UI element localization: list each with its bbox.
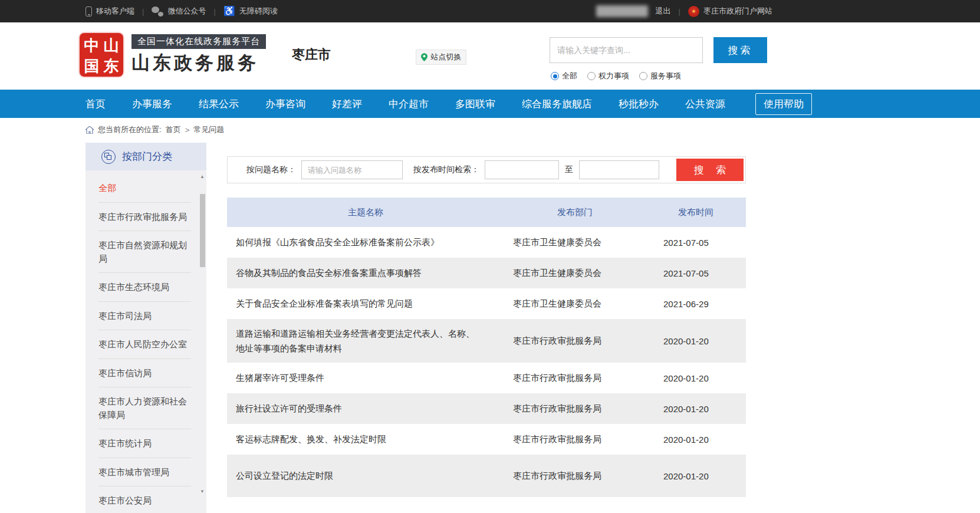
row-date: 2020-01-20: [646, 404, 746, 414]
filter-search-button[interactable]: 搜 索: [676, 159, 744, 181]
logo-text: 全国一体化在线政务服务平台 山东政务服务: [131, 34, 266, 75]
sidebar-item-statistics[interactable]: 枣庄市统计局: [98, 429, 191, 458]
nav-item-instant[interactable]: 秒批秒办: [619, 97, 659, 111]
platform-badge: 全国一体化在线政务服务平台: [131, 34, 266, 49]
header-search-button[interactable]: 搜索: [713, 37, 767, 63]
accessibility-label: 无障碍阅读: [239, 6, 278, 17]
nav-item-home[interactable]: 首页: [85, 97, 106, 111]
row-date: 2021-07-05: [646, 268, 746, 278]
row-date: 2020-01-20: [646, 435, 746, 445]
sidebar-item-public-security[interactable]: 枣庄市公安局: [98, 486, 191, 513]
mobile-client-link[interactable]: 移动客户端: [85, 6, 134, 17]
shandong-seal-logo: 中 山 国 东: [80, 33, 123, 77]
breadcrumb-separator: >: [185, 126, 190, 134]
topbar-right: 退出 | ★ 枣庄市政府门户网站: [596, 5, 772, 17]
site-name: 山东政务服务: [131, 51, 266, 75]
row-department: 枣庄市行政审批服务局: [504, 373, 646, 384]
table-row[interactable]: 旅行社设立许可的受理条件 枣庄市行政审批服务局 2020-01-20: [227, 393, 746, 424]
breadcrumb-home-link[interactable]: 首页: [166, 124, 181, 135]
site-header: 中 山 国 东 全国一体化在线政务服务平台 山东政务服务 枣庄市 站点切换 搜索…: [0, 22, 980, 90]
row-department: 枣庄市行政审批服务局: [504, 471, 646, 482]
breadcrumb-prefix: 您当前所在的位置:: [98, 124, 162, 135]
sidebar-item-civil-defense[interactable]: 枣庄市人民防空办公室: [98, 330, 191, 359]
row-department: 枣庄市卫生健康委员会: [504, 298, 646, 310]
sidebar-item-admin-approval[interactable]: 枣庄市行政审批服务局: [98, 203, 191, 232]
sidebar-scrollbar-thumb[interactable]: [200, 194, 205, 267]
question-name-input[interactable]: [301, 160, 403, 179]
row-title[interactable]: 客运标志牌配发、换发、补发法定时限: [227, 427, 504, 452]
nav-item-services[interactable]: 办事服务: [132, 97, 172, 111]
sidebar-list: 全部 枣庄市行政审批服务局 枣庄市自然资源和规划局 枣庄市生态环境局 枣庄市司法…: [85, 170, 206, 513]
radio-service-items-icon[interactable]: [639, 72, 647, 80]
row-title[interactable]: 旅行社设立许可的受理条件: [227, 396, 504, 421]
logout-link[interactable]: 退出: [656, 6, 671, 17]
row-title[interactable]: 谷物及其制品的食品安全标准备案重点事项解答: [227, 261, 504, 285]
row-department: 枣庄市卫生健康委员会: [504, 237, 646, 248]
nav-item-help[interactable]: 使用帮助: [755, 93, 812, 115]
breadcrumb: 您当前所在的位置: 首页 > 常见问题: [0, 118, 980, 142]
radio-power-items-icon[interactable]: [587, 72, 596, 80]
nav-item-rating[interactable]: 好差评: [332, 97, 362, 111]
nav-item-intermediary[interactable]: 中介超市: [389, 97, 429, 111]
site-switch-label: 站点切换: [431, 52, 462, 63]
divider: |: [679, 7, 680, 16]
sidebar-item-hr-social-security[interactable]: 枣庄市人力资源和社会保障局: [98, 387, 191, 429]
row-department: 枣庄市行政审批服务局: [504, 434, 646, 445]
table-row[interactable]: 生猪屠宰许可受理条件 枣庄市行政审批服务局 2020-01-20: [227, 363, 746, 393]
table-row[interactable]: 公司设立登记的法定时限 枣庄市行政审批服务局 2020-01-20: [227, 455, 746, 497]
row-department: 枣庄市行政审批服务局: [504, 336, 646, 347]
table-row[interactable]: 关于食品安全企业标准备案表填写的常见问题 枣庄市卫生健康委员会 2021-06-…: [227, 288, 746, 319]
department-sidebar: 按部门分类 全部 枣庄市行政审批服务局 枣庄市自然资源和规划局 枣庄市生态环境局…: [85, 143, 206, 513]
column-department: 发布部门: [504, 207, 646, 218]
table-row[interactable]: 客运标志牌配发、换发、补发法定时限 枣庄市行政审批服务局 2020-01-20: [227, 424, 746, 455]
question-name-label: 按问题名称：: [246, 165, 296, 175]
table-row[interactable]: 谷物及其制品的食品安全标准备案重点事项解答 枣庄市卫生健康委员会 2021-07…: [227, 258, 746, 288]
sidebar-item-all[interactable]: 全部: [98, 174, 191, 203]
mobile-icon: [85, 6, 92, 17]
nav-item-consult[interactable]: 办事咨询: [265, 97, 305, 111]
site-logo[interactable]: 中 山 国 东 全国一体化在线政务服务平台 山东政务服务: [80, 33, 266, 77]
header-search-input[interactable]: [550, 38, 702, 63]
row-title[interactable]: 道路运输和道路运输相关业务经营者变更法定代表人、名称、地址等事项的备案申请材料: [227, 321, 504, 361]
row-date: 2020-01-20: [646, 373, 746, 383]
scope-all[interactable]: 全部: [551, 71, 577, 81]
nav-item-public-resources[interactable]: 公共资源: [685, 97, 725, 111]
row-title[interactable]: 生猪屠宰许可受理条件: [227, 366, 504, 390]
sidebar-item-ecology[interactable]: 枣庄市生态环境局: [98, 273, 191, 302]
nav-item-results[interactable]: 结果公示: [199, 97, 239, 111]
sidebar-scroll-down-icon[interactable]: ▼: [200, 489, 205, 494]
gov-portal-link[interactable]: ★ 枣庄市政府门户网站: [688, 6, 772, 17]
date-to-input[interactable]: [579, 160, 659, 179]
scope-service-items[interactable]: 服务事项: [639, 71, 681, 81]
row-title[interactable]: 关于食品安全企业标准备案表填写的常见问题: [227, 291, 504, 316]
row-title[interactable]: 公司设立登记的法定时限: [227, 463, 504, 488]
accessibility-link[interactable]: ♿ 无障碍阅读: [223, 6, 278, 17]
sidebar-scroll-up-icon[interactable]: ▲: [200, 174, 205, 179]
divider: |: [142, 7, 144, 16]
table-row[interactable]: 如何填报《山东省食品安全企业标准备案前公示表》 枣庄市卫生健康委员会 2021-…: [227, 227, 746, 258]
sidebar-item-city-management[interactable]: 枣庄市城市管理局: [98, 458, 191, 487]
topbar: 移动客户端 | 微信公众号 | ♿ 无障碍阅读 退出 | ★ 枣庄市政府门户网站: [0, 0, 980, 22]
wechat-link[interactable]: 微信公众号: [152, 6, 206, 17]
national-emblem-icon: ★: [688, 6, 699, 17]
scope-power-items-label: 权力事项: [598, 71, 629, 81]
location-pin-icon: [421, 53, 427, 61]
scope-service-items-label: 服务事项: [650, 71, 681, 81]
row-title[interactable]: 如何填报《山东省食品安全企业标准备案前公示表》: [227, 230, 504, 255]
sidebar-item-justice[interactable]: 枣庄市司法局: [98, 302, 191, 331]
breadcrumb-current: 常见问题: [193, 124, 224, 135]
publish-date-label: 按发布时间检索：: [413, 165, 479, 175]
sidebar-item-natural-resources[interactable]: 枣庄市自然资源和规划局: [98, 231, 191, 273]
table-row[interactable]: 道路运输和道路运输相关业务经营者变更法定代表人、名称、地址等事项的备案申请材料 …: [227, 319, 746, 363]
site-switch-button[interactable]: 站点切换: [416, 50, 466, 65]
home-icon: [85, 126, 94, 134]
sidebar-item-petition[interactable]: 枣庄市信访局: [98, 359, 191, 388]
nav-item-flagship[interactable]: 综合服务旗舰店: [522, 97, 592, 111]
nav-item-multi-review[interactable]: 多图联审: [455, 97, 495, 111]
sidebar-header: 按部门分类: [85, 143, 206, 170]
date-from-input[interactable]: [485, 160, 559, 179]
scope-power-items[interactable]: 权力事项: [587, 71, 629, 81]
radio-all-icon[interactable]: [551, 72, 559, 80]
category-icon: [101, 150, 116, 164]
seal-char: 东: [104, 56, 119, 77]
